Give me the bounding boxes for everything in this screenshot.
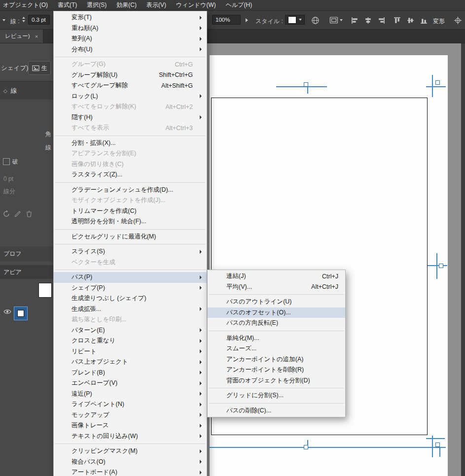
- menu-item-lock[interactable]: ロック(L): [54, 91, 207, 102]
- selected-swatch[interactable]: [14, 306, 28, 320]
- selection-handle-middle-right[interactable]: [439, 264, 443, 268]
- align-horizontal-left-icon[interactable]: [350, 16, 359, 25]
- zoom-field[interactable]: 100%: [212, 15, 241, 25]
- trash-icon[interactable]: [24, 209, 34, 218]
- menu-item-artboards[interactable]: アートボード(A): [54, 467, 207, 476]
- menu-item-rasterize[interactable]: ラスタライズ(Z)...: [54, 170, 207, 180]
- selection-handle-bottom-right[interactable]: [435, 442, 440, 447]
- stroke-weight-stepper[interactable]: [22, 17, 25, 22]
- menu-item-ungroup[interactable]: グループ解除(U)Shift+Ctrl+G: [54, 70, 207, 81]
- submenu-arrow-icon: [200, 37, 202, 41]
- menu-item-label: クリッピングマスク(M): [72, 447, 193, 455]
- menu-item-make-pixel-perfect[interactable]: ピクセルグリッドに最適化(M): [54, 232, 207, 242]
- menu-item-outline-stroke[interactable]: パスのアウトライン(U): [208, 297, 345, 307]
- zoom-expand-icon[interactable]: [246, 18, 248, 22]
- menu-item-join[interactable]: 連結(J)Ctrl+J: [208, 271, 345, 282]
- menu-item-ungroup-all[interactable]: すべてグループ解除Alt+Shift+G: [54, 80, 207, 91]
- menu-item-label: グリッドに分割(S)...: [226, 391, 338, 400]
- menu-item-text-wrap[interactable]: テキストの回り込み(W): [54, 431, 207, 442]
- menu-item-create-trim-marks[interactable]: トリムマークを作成(C): [54, 206, 207, 217]
- menu-item-pattern[interactable]: パターン(E): [54, 325, 207, 336]
- menu-item-align[interactable]: 整列(A): [54, 34, 207, 44]
- selection-handle-bottom-center[interactable]: [304, 445, 308, 449]
- menu-item-expand[interactable]: 分割・拡張(X)...: [54, 138, 207, 149]
- align-horizontal-right-icon[interactable]: [377, 16, 386, 25]
- menubar-item-object[interactable]: オブジェクト(O): [0, 0, 53, 10]
- align-vertical-top-icon[interactable]: [393, 16, 401, 25]
- arrange-documents-icon[interactable]: [328, 16, 343, 25]
- menu-item-reverse-path-direction[interactable]: パスの方向反転(E): [208, 318, 345, 329]
- crosshair-icon[interactable]: [453, 16, 462, 25]
- menubar-item-select[interactable]: 選択(S): [82, 0, 111, 10]
- chevron-down-icon[interactable]: [2, 19, 5, 21]
- menu-item-image-trace[interactable]: 画像トレース: [54, 420, 207, 431]
- menu-item-distribute[interactable]: 分布(U): [54, 44, 207, 55]
- menu-item-simplify[interactable]: 単純化(M)...: [208, 333, 345, 344]
- stroke-panel-header[interactable]: ◇ 線: [0, 82, 53, 100]
- menu-item-path[interactable]: パス(P): [54, 272, 207, 283]
- panel-dock-edge[interactable]: [461, 43, 465, 476]
- menu-item-objects-on-path[interactable]: パス上オブジェクト: [54, 357, 207, 368]
- menu-item-live-paint[interactable]: ライブペイント(N): [54, 399, 207, 410]
- generate-button[interactable]: 生: [28, 61, 51, 75]
- menu-item-arrange[interactable]: 重ね順(A): [54, 23, 207, 34]
- menu-item-remove-anchor-points[interactable]: アンカーポイントを削除(R): [208, 365, 345, 375]
- menu-item-generative-fill-shape[interactable]: 生成塗りつぶし (シェイプ): [54, 293, 207, 304]
- submenu-arrow-icon: [200, 449, 202, 453]
- menu-item-transform[interactable]: 変形(T): [54, 12, 207, 23]
- dashed-line-checkbox[interactable]: [3, 158, 10, 165]
- menu-item-envelope-distort[interactable]: エンベロープ(V): [54, 378, 207, 389]
- menubar-item-help[interactable]: ヘルプ(H): [221, 0, 257, 10]
- menu-item-slice[interactable]: スライス(S): [54, 246, 207, 257]
- menu-item-generative-expand[interactable]: 生成拡張...: [54, 304, 207, 315]
- menu-item-add-anchor-points[interactable]: アンカーポイントの追加(A): [208, 354, 345, 365]
- align-vertical-bottom-icon[interactable]: [419, 16, 428, 25]
- profile-row[interactable]: プロフ: [0, 246, 53, 261]
- menu-separator: [55, 270, 206, 270]
- stroke-weight-field[interactable]: 0.3 pt: [28, 15, 50, 25]
- align-horizontal-center-icon[interactable]: [363, 16, 372, 25]
- menu-separator: [55, 182, 206, 183]
- menu-item-average[interactable]: 平均(V)...Alt+Ctrl+J: [208, 282, 345, 293]
- menu-item-clean-up[interactable]: パスの削除(C)...: [208, 406, 345, 416]
- refresh-icon[interactable]: [1, 209, 11, 218]
- menu-item-clipping-mask[interactable]: クリッピングマスク(M): [54, 446, 207, 457]
- menu-item-label: ブレンド(B): [72, 369, 193, 377]
- selection-handle-top-right[interactable]: [435, 80, 440, 85]
- align-vertical-center-icon[interactable]: [406, 16, 415, 25]
- menu-separator: [209, 388, 344, 388]
- menubar-item-effect[interactable]: 効果(C): [111, 0, 142, 10]
- fill-swatch[interactable]: [38, 283, 52, 298]
- menu-item-intertwine[interactable]: クロスと重なり: [54, 336, 207, 346]
- menu-item-repeat[interactable]: リピート: [54, 346, 207, 357]
- close-icon[interactable]: ×: [35, 34, 38, 39]
- menu-item-mockup[interactable]: モックアップ: [54, 410, 207, 421]
- menu-item-perspective[interactable]: 遠近(P): [54, 389, 207, 400]
- style-swatch-dropdown[interactable]: [285, 15, 305, 25]
- submenu-arrow-icon: [200, 434, 202, 438]
- menu-item-split-into-grid[interactable]: グリッドに分割(S)...: [208, 390, 345, 401]
- menu-item-compound-path[interactable]: 複合パス(O): [54, 457, 207, 468]
- menu-item-hide[interactable]: 隠す(H): [54, 112, 207, 123]
- menu-item-label: ロック(L): [72, 92, 193, 101]
- menu-item-offset-path[interactable]: パスのオフセット(O)...: [208, 307, 345, 318]
- generate-button-label: 生: [41, 64, 47, 72]
- menubar-item-view[interactable]: 表示(V): [142, 0, 171, 10]
- menu-item-create-gradient-mesh[interactable]: グラデーションメッシュを作成(D)...: [54, 185, 207, 196]
- menu-item-blend[interactable]: ブレンド(B): [54, 368, 207, 378]
- menu-item-unlock-all: すべてをロック解除(K)Alt+Ctrl+2: [54, 102, 207, 112]
- menubar-item-type[interactable]: 書式(T): [53, 0, 82, 10]
- submenu-arrow-icon: [200, 381, 202, 385]
- appearance-panel-header[interactable]: アピア: [0, 265, 53, 279]
- selection-handle-top-center[interactable]: [304, 82, 308, 87]
- menu-item-smooth[interactable]: スムーズ...: [208, 343, 345, 354]
- globe-icon[interactable]: [311, 16, 320, 25]
- menu-item-shape[interactable]: シェイプ(P): [54, 283, 207, 294]
- menubar-item-window[interactable]: ウィンドウ(W): [171, 0, 221, 10]
- document-tab[interactable]: レビュー) ×: [0, 30, 43, 43]
- pencil-icon[interactable]: [13, 209, 22, 218]
- menu-item-divide-objects-below[interactable]: 背面のオブジェクトを分割(D): [208, 375, 345, 386]
- transform-label[interactable]: 変形: [433, 17, 445, 26]
- menu-item-flatten-transparency[interactable]: 透明部分を分割・統合(F)...: [54, 216, 207, 227]
- eye-icon[interactable]: [3, 308, 12, 315]
